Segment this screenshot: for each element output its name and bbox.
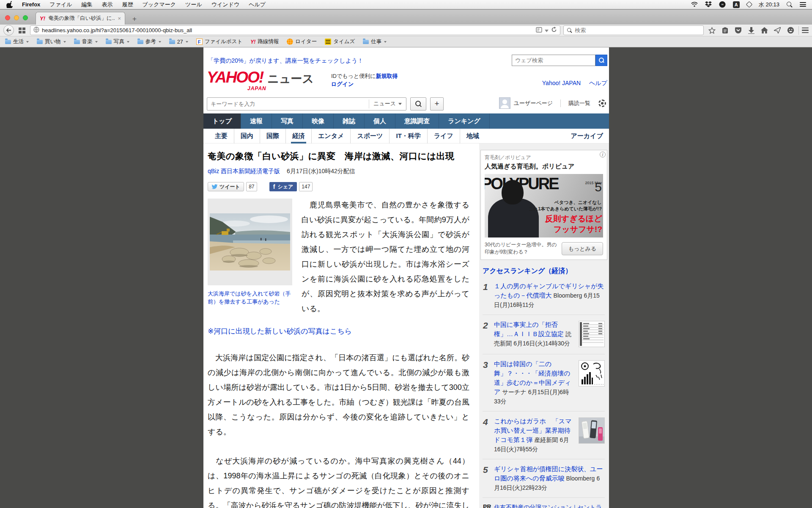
reader-mode-icon[interactable] (536, 27, 542, 34)
close-window-button[interactable] (5, 15, 10, 20)
ranking-thumbnail[interactable] (579, 417, 605, 444)
nav-tab-top[interactable]: トップ (203, 113, 241, 129)
bookmark-folder-photo[interactable]: 写真 (106, 38, 129, 45)
subnav-world[interactable]: 国際 (260, 129, 285, 144)
nav-tab-video[interactable]: 映像 (303, 113, 334, 129)
apple-menu-icon[interactable] (6, 1, 13, 8)
menubar-clock[interactable]: 水 20:13 (759, 1, 779, 8)
pr-link[interactable]: 住友不動産の分譲マンション｜セントラルレジデンス調布ステーションコート・駅前再開… (494, 503, 605, 508)
subnav-entertainment[interactable]: エンタメ (311, 129, 350, 144)
menu-item-window[interactable]: ウインドウ (211, 1, 240, 8)
creative-cloud-icon[interactable]: ∞ (719, 1, 726, 8)
article-source-link[interactable]: qBiz 西日本新聞経済電子版 (208, 168, 280, 174)
url-bar[interactable]: headlines.yahoo.co.jp/hl?a=20150617-0001… (30, 25, 560, 35)
userpage-link[interactable]: ユーザーページ (514, 99, 553, 107)
dropbox-icon[interactable] (705, 1, 712, 8)
share-send-icon[interactable] (772, 27, 782, 33)
back-button[interactable] (3, 25, 14, 36)
login-link[interactable]: ログイン (331, 81, 354, 87)
bookmark-folder-work[interactable]: 仕事 (363, 38, 387, 45)
menu-item-bookmarks[interactable]: ブックマーク (143, 1, 176, 8)
signup-link[interactable]: 新規取得 (376, 73, 398, 79)
notification-center-icon[interactable] (800, 2, 806, 7)
keyword-search-input[interactable] (207, 101, 369, 107)
bookmark-folder-life[interactable]: 生活 (5, 38, 29, 45)
ad-more-button[interactable]: もっとみる (562, 242, 603, 255)
new-tab-button[interactable]: + (129, 15, 140, 23)
input-source-icon[interactable]: A (733, 1, 740, 8)
menu-item-view[interactable]: 表示 (102, 1, 113, 8)
tweet-button[interactable]: ツイート (208, 182, 244, 191)
ranking-title[interactable]: アクセスランキング（経済） (483, 267, 605, 276)
menu-hamburger-icon[interactable] (802, 28, 809, 33)
menu-item-edit[interactable]: 編集 (82, 1, 93, 8)
bookmark-folder-music[interactable]: 音楽 (74, 38, 98, 45)
ad-info-icon[interactable]: i (600, 152, 606, 157)
tab-close-icon[interactable]: × (118, 15, 121, 22)
downloads-icon[interactable] (746, 27, 756, 34)
subnav-region[interactable]: 地域 (460, 129, 486, 144)
menu-extra-diamond-icon[interactable] (746, 1, 753, 8)
menu-item-history[interactable]: 履歴 (122, 1, 133, 8)
bookmark-star-icon[interactable] (707, 27, 717, 34)
menu-item-file[interactable]: ファイル (49, 1, 72, 8)
archive-link[interactable]: アーカイブ (571, 132, 603, 140)
spotlight-search-icon[interactable] (787, 2, 793, 8)
search-scope-dropdown[interactable]: ニュース (369, 99, 406, 108)
ranking-thumbnail[interactable] (579, 321, 605, 347)
browser-search-input[interactable] (575, 27, 700, 33)
tab-groups-icon[interactable] (17, 28, 27, 33)
bookmark-filepost[interactable]: Fファイルポスト (196, 38, 243, 45)
add-search-button[interactable]: + (430, 97, 444, 110)
ad-image[interactable]: POLYPURE 2015 May 5 ベタつき、ニオイなしこれ1本であきらめて… (485, 174, 603, 237)
url-text[interactable]: headlines.yahoo.co.jp/hl?a=20150617-0001… (42, 27, 533, 33)
minimize-window-button[interactable] (14, 15, 19, 20)
web-search-input[interactable] (512, 55, 595, 66)
related-photo-link[interactable]: ※河口に出現した新しい砂浜の写真はこちら (208, 326, 469, 336)
bookmark-transit[interactable]: Y!路線情報 (250, 38, 279, 45)
menu-item-tools[interactable]: ツール (185, 1, 202, 8)
browser-tab[interactable]: Y! 奄美の象徴「白い砂浜」に... × (36, 12, 125, 25)
promo-banner-link[interactable]: 「学費の20%」が戻ります、講座一覧をチェックしよう！ (208, 57, 363, 65)
menu-app-name[interactable]: Firefox (22, 1, 40, 8)
nav-tab-magazine[interactable]: 雑誌 (334, 113, 365, 129)
ad-hair-growth[interactable]: i 育毛剤／ポリピュア 人気過ぎる育毛剤。ポリピュア POLYPURE 2015… (480, 150, 607, 260)
subnav-it-science[interactable]: IT・科学 (389, 129, 427, 144)
bookmark-dropdown-icon[interactable] (545, 27, 549, 33)
browser-search-bar[interactable] (563, 25, 704, 35)
keyword-search-box[interactable]: ニュース (207, 97, 406, 110)
facebook-share-button[interactable]: f シェア (269, 182, 297, 191)
nav-tab-flash[interactable]: 速報 (241, 113, 272, 129)
bookmark-folder-shopping[interactable]: 買い物 (37, 38, 66, 45)
photo-caption[interactable]: 大浜海岸では砂を入れて砂岩（手前）を撤去する工事があった (208, 290, 292, 306)
subnav-domestic[interactable]: 国内 (234, 129, 260, 144)
pocket-icon[interactable] (733, 27, 743, 34)
yahoo-news-logo[interactable]: YAHOO!JAPANニュース (207, 69, 314, 86)
bookmark-times[interactable]: タイムズ (325, 38, 355, 45)
subnav-sports[interactable]: スポーツ (350, 129, 389, 144)
ranking-link[interactable]: 中国に事実上の「拒否権」…ＡＩＩＢ設立協定 (494, 321, 564, 337)
nav-tab-ranking[interactable]: ランキング (439, 113, 490, 129)
gear-icon[interactable] (598, 99, 606, 108)
nav-tab-poll[interactable]: 意識調査 (395, 113, 439, 129)
reload-icon[interactable] (551, 27, 557, 34)
help-link[interactable]: ヘルプ (589, 80, 607, 86)
user-avatar[interactable] (499, 97, 510, 109)
subscriptions-link[interactable]: 購読一覧 (568, 99, 590, 107)
news-search-button[interactable] (410, 97, 426, 110)
subnav-economy[interactable]: 経済 (285, 129, 311, 144)
yahoo-japan-link[interactable]: Yahoo! JAPAN (542, 80, 581, 86)
bookmark-reuters[interactable]: ロイター (287, 38, 317, 45)
web-search-button[interactable] (595, 55, 607, 66)
zoom-window-button[interactable] (23, 15, 28, 20)
ranking-thumbnail[interactable] (579, 360, 605, 387)
subnav-main[interactable]: 主要 (208, 129, 234, 144)
ad-headline[interactable]: 人気過ぎる育毛剤。ポリピュア (485, 163, 603, 171)
bookmark-folder-reference[interactable]: 参考 (137, 38, 161, 45)
nav-tab-photo[interactable]: 写真 (272, 113, 303, 129)
messenger-smiley-icon[interactable] (785, 27, 796, 34)
wifi-icon[interactable] (691, 1, 698, 8)
article-photo[interactable] (208, 199, 292, 285)
menu-item-help[interactable]: ヘルプ (249, 1, 266, 8)
home-icon[interactable] (759, 27, 769, 33)
